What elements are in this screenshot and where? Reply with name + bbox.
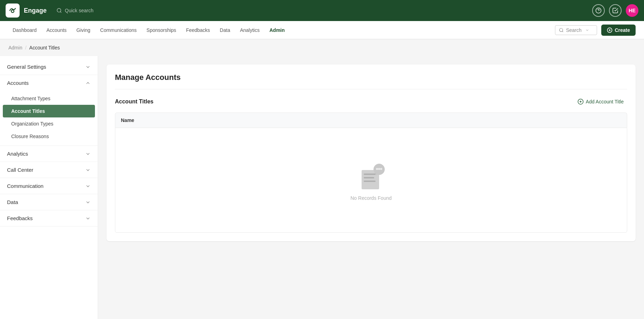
nav-items: Dashboard Accounts Giving Communications…: [8, 25, 555, 35]
nav-item-feedbacks[interactable]: Feedbacks: [182, 25, 214, 35]
sidebar-section-communication: Communication: [0, 178, 98, 194]
sidebar-section-label-communication: Communication: [7, 183, 43, 189]
navbar: Dashboard Accounts Giving Communications…: [0, 21, 644, 39]
nav-search-label: Search: [566, 27, 581, 33]
section-header-row: Account Titles Add Account Title: [115, 96, 627, 107]
nav-item-admin[interactable]: Admin: [265, 25, 289, 35]
chevron-down-icon: [85, 64, 91, 70]
nav-search-icon: [559, 28, 564, 33]
nav-search[interactable]: Search: [555, 25, 597, 35]
chevron-down-icon-feedbacks: [85, 216, 91, 221]
content-card: Manage Accounts Account Titles Add Accou…: [107, 65, 636, 241]
svg-point-2: [57, 8, 61, 12]
svg-rect-15: [364, 181, 376, 182]
svg-point-1: [12, 11, 14, 12]
svg-point-19: [380, 168, 382, 170]
sidebar-section-label-accounts: Accounts: [7, 80, 29, 86]
search-icon: [56, 8, 62, 13]
sidebar-section-general-settings: General Settings: [0, 59, 98, 75]
sidebar-section-header-analytics[interactable]: Analytics: [0, 146, 98, 162]
breadcrumb-separator: /: [25, 45, 27, 50]
nav-item-analytics[interactable]: Analytics: [236, 25, 264, 35]
sidebar-item-organization-types[interactable]: Organization Types: [0, 117, 98, 130]
create-button[interactable]: Create: [601, 25, 636, 36]
quick-search[interactable]: Quick search: [56, 8, 94, 13]
topbar-right: HE: [592, 4, 638, 17]
chevron-down-icon-communication: [85, 183, 91, 189]
sidebar-section-call-center: Call Center: [0, 162, 98, 178]
sidebar-item-account-titles[interactable]: Account Titles: [3, 105, 95, 117]
nav-item-accounts[interactable]: Accounts: [42, 25, 71, 35]
table-body: No Records Found: [115, 128, 627, 233]
app-name: Engage: [24, 7, 47, 14]
nav-item-giving[interactable]: Giving: [72, 25, 95, 35]
add-icon: [577, 99, 584, 105]
svg-rect-14: [364, 177, 374, 178]
table-header: Name: [115, 113, 627, 128]
empty-state-icon: [355, 160, 387, 191]
tasks-button[interactable]: [609, 4, 622, 17]
section-title: Account Titles: [115, 99, 153, 105]
sidebar-section-label-analytics: Analytics: [7, 151, 28, 157]
main-layout: General Settings Accounts Attachment Typ…: [0, 56, 644, 319]
sidebar-section-label-feedbacks: Feedbacks: [7, 215, 33, 221]
svg-rect-13: [364, 174, 377, 175]
sidebar-section-feedbacks: Feedbacks: [0, 210, 98, 226]
tasks-icon: [612, 7, 618, 14]
sidebar-section-header-accounts[interactable]: Accounts: [0, 75, 98, 91]
breadcrumb: Admin / Account Titles: [0, 39, 644, 56]
create-label: Create: [615, 27, 630, 33]
page-title: Manage Accounts: [115, 73, 627, 89]
quick-search-label: Quick search: [65, 8, 94, 13]
content: Manage Accounts Account Titles Add Accou…: [98, 56, 644, 319]
sidebar-section-label-general-settings: General Settings: [7, 64, 46, 70]
nav-item-dashboard[interactable]: Dashboard: [8, 25, 41, 35]
nav-item-data[interactable]: Data: [215, 25, 234, 35]
nav-right: Search Create: [555, 25, 636, 36]
sidebar-section-header-data[interactable]: Data: [0, 194, 98, 210]
sidebar-section-accounts: Accounts Attachment Types Account Titles…: [0, 75, 98, 146]
sidebar-item-closure-reasons[interactable]: Closure Reasons: [0, 130, 98, 143]
search-dropdown-icon: [585, 28, 589, 32]
chevron-down-icon-call-center: [85, 167, 91, 173]
help-icon: [595, 7, 602, 14]
add-account-title-button[interactable]: Add Account Title: [574, 96, 627, 107]
empty-state: No Records Found: [350, 138, 392, 222]
svg-point-18: [378, 168, 380, 170]
chevron-up-icon: [85, 80, 91, 86]
svg-point-5: [560, 28, 563, 31]
sidebar-item-attachment-types[interactable]: Attachment Types: [0, 92, 98, 105]
sidebar-section-header-feedbacks[interactable]: Feedbacks: [0, 210, 98, 226]
table-column-name: Name: [121, 117, 134, 123]
sidebar-section-header-call-center[interactable]: Call Center: [0, 162, 98, 178]
sidebar-section-analytics: Analytics: [0, 146, 98, 162]
chevron-down-icon-data: [85, 199, 91, 205]
topbar: Engage Quick search HE: [0, 0, 644, 21]
empty-state-text: No Records Found: [350, 195, 392, 201]
nav-item-sponsorships[interactable]: Sponsorships: [142, 25, 180, 35]
sidebar-section-label-data: Data: [7, 199, 18, 205]
breadcrumb-parent[interactable]: Admin: [8, 45, 22, 50]
sidebar-section-data: Data: [0, 194, 98, 210]
sidebar-accounts-sub-items: Attachment Types Account Titles Organiza…: [0, 91, 98, 145]
sidebar-section-label-call-center: Call Center: [7, 167, 33, 173]
add-account-title-label: Add Account Title: [586, 99, 624, 104]
sidebar: General Settings Accounts Attachment Typ…: [0, 56, 98, 319]
help-button[interactable]: [592, 4, 605, 17]
breadcrumb-current: Account Titles: [29, 45, 60, 50]
svg-point-17: [376, 168, 378, 170]
chevron-down-icon-analytics: [85, 151, 91, 157]
sidebar-section-header-communication[interactable]: Communication: [0, 178, 98, 194]
create-icon: [607, 27, 612, 33]
app-logo[interactable]: [6, 4, 20, 18]
avatar[interactable]: HE: [626, 4, 638, 17]
nav-item-communications[interactable]: Communications: [96, 25, 141, 35]
sidebar-section-header-general-settings[interactable]: General Settings: [0, 59, 98, 75]
